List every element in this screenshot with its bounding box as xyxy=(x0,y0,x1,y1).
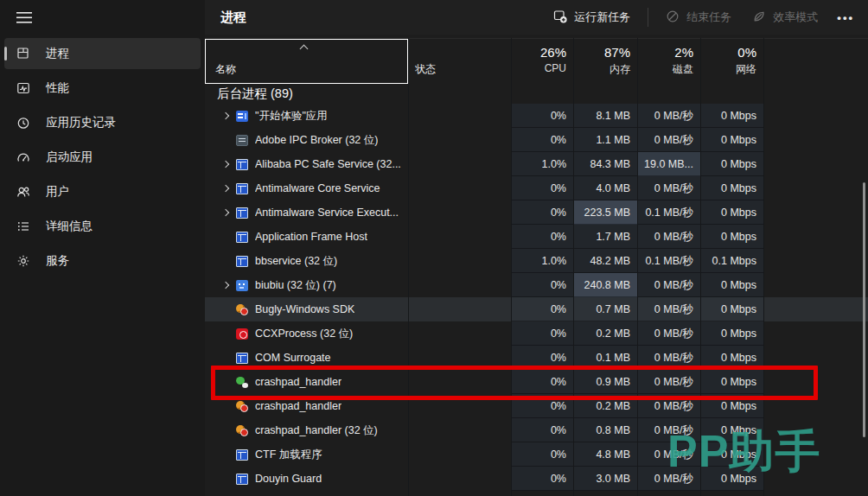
status-cell xyxy=(408,152,511,176)
end-task-icon xyxy=(666,10,680,26)
process-name: crashpad_handler xyxy=(255,376,341,388)
process-row[interactable]: biubiu (32 位) (7)0%240.8 MB0 MB/秒0 Mbps xyxy=(205,273,868,297)
sidebar-item-users[interactable]: 用户 xyxy=(4,176,201,207)
network-cell: 0 Mbps xyxy=(700,273,763,297)
filler-cell xyxy=(763,370,868,394)
expand-chevron-icon[interactable] xyxy=(219,104,236,128)
process-row[interactable]: COM Surrogate0%0.1 MB0 MB/秒0 Mbps xyxy=(205,346,868,370)
memory-cell: 48.2 MB xyxy=(573,249,637,273)
cpu-total-usage: 26% xyxy=(511,45,566,60)
sidebar-item-details[interactable]: 详细信息 xyxy=(4,211,201,242)
filler-cell xyxy=(763,104,868,128)
expand-chevron-icon[interactable] xyxy=(219,176,236,200)
network-cell: 0 Mbps xyxy=(700,467,763,491)
process-row[interactable]: Application Frame Host0%1.7 MB0 MB/秒0 Mb… xyxy=(205,225,868,249)
expand-chevron-icon[interactable] xyxy=(219,200,236,225)
filler-cell xyxy=(763,467,868,491)
process-row[interactable]: Adobe IPC Broker (32 位)0%1.1 MB0 MB/秒0 M… xyxy=(205,128,868,152)
chevron-placeholder xyxy=(219,394,236,418)
chevron-placeholder xyxy=(219,297,236,321)
sidebar-item-label: 服务 xyxy=(46,253,69,269)
memory-total-usage: 87% xyxy=(573,45,630,60)
memory-cell: 0.9 MB xyxy=(573,370,637,394)
expand-chevron-icon[interactable] xyxy=(219,273,236,297)
background-processes-group-header[interactable]: 后台进程 (89) xyxy=(205,83,868,104)
process-row[interactable]: crashpad_handler0%0.9 MB0 MB/秒0 Mbps xyxy=(205,370,868,394)
cpu-column-header[interactable]: 26% CPU xyxy=(511,39,573,84)
hamburger-icon[interactable] xyxy=(7,5,41,29)
cpu-cell: 0% xyxy=(511,467,573,491)
chevron-placeholder xyxy=(219,467,236,491)
sidebar-item-app-history[interactable]: 应用历史记录 xyxy=(4,107,201,138)
wechat-icon xyxy=(236,377,248,388)
vertical-scrollbar[interactable] xyxy=(863,182,865,437)
process-row[interactable]: "开始体验"应用0%8.1 MB0 MB/秒0 Mbps xyxy=(205,104,868,128)
status-cell xyxy=(408,273,511,297)
status-cell xyxy=(408,200,511,225)
cpu-cell: 0% xyxy=(511,394,573,418)
process-row[interactable]: CCXProcess (32 位)0%0.2 MB0 MB/秒0 Mbps xyxy=(205,321,868,346)
process-name-cell: Bugly-Windows SDK xyxy=(205,297,408,321)
name-column-label: 名称 xyxy=(215,62,236,77)
process-row[interactable]: Antimalware Core Service0%4.0 MB0 MB/秒0 … xyxy=(205,176,868,200)
cpu-cell: 0% xyxy=(511,200,573,225)
process-name: "开始体验"应用 xyxy=(255,109,328,124)
process-name: crashpad_handler (32 位) xyxy=(255,423,378,438)
efficiency-mode-button[interactable]: 效率模式 xyxy=(742,3,828,31)
network-cell: 0 Mbps xyxy=(700,176,763,200)
disk-cell: 0 MB/秒 xyxy=(637,442,700,467)
disk-cell: 0 MB/秒 xyxy=(637,176,700,200)
process-row[interactable]: Bugly-Windows SDK0%0.7 MB0 MB/秒0 Mbps xyxy=(205,297,868,321)
adobe-ccx-icon xyxy=(236,328,248,340)
app-window-icon xyxy=(236,207,248,219)
process-name: Application Frame Host xyxy=(255,231,367,243)
sidebar-item-processes[interactable]: 进程 xyxy=(4,38,201,69)
process-row[interactable]: crashpad_handler (32 位)0%0.8 MB0 MB/秒0 M… xyxy=(205,418,868,442)
sidebar-nav: 进程性能应用历史记录启动应用用户详细信息服务 xyxy=(0,35,205,496)
process-name-cell: CTF 加载程序 xyxy=(205,442,408,467)
process-row[interactable]: crashpad_handler0%0.2 MB0 MB/秒0 Mbps xyxy=(205,394,868,418)
name-column-header[interactable]: 名称 xyxy=(205,39,408,84)
expand-chevron-icon[interactable] xyxy=(219,152,236,176)
cpu-cell: 1.0% xyxy=(511,152,573,176)
process-row[interactable]: Douyin Guard0%3.0 MB0 MB/秒0 Mbps xyxy=(205,467,868,491)
sidebar-item-services[interactable]: 服务 xyxy=(4,245,201,277)
disk-cell: 0 MB/秒 xyxy=(637,418,700,442)
process-row[interactable]: Alibaba PC Safe Service (32...1.0%84.3 M… xyxy=(205,152,868,176)
memory-column-header[interactable]: 87% 内存 xyxy=(573,39,637,84)
app-history-icon xyxy=(16,115,31,130)
process-name-cell: Douyin Guard xyxy=(205,467,408,491)
process-name: Douyin Guard xyxy=(255,473,322,485)
network-column-header[interactable]: 0% 网络 xyxy=(700,39,763,84)
new-task-icon xyxy=(553,10,567,26)
memory-cell: 0.2 MB xyxy=(573,394,637,418)
sort-ascending-icon xyxy=(300,45,309,54)
status-column-header[interactable]: 状态 xyxy=(415,62,436,77)
memory-cell: 1.7 MB xyxy=(573,225,637,249)
memory-cell: 0.7 MB xyxy=(573,297,637,321)
process-rows: "开始体验"应用0%8.1 MB0 MB/秒0 MbpsAdobe IPC Br… xyxy=(205,104,868,491)
disk-cell: 0 MB/秒 xyxy=(637,104,700,128)
toolbar-divider xyxy=(648,8,648,27)
disk-cell: 0 MB/秒 xyxy=(637,394,700,418)
process-row[interactable]: Antimalware Service Execut...0%223.5 MB0… xyxy=(205,200,868,225)
process-name-cell: bbservice (32 位) xyxy=(205,249,408,273)
app-window-icon xyxy=(236,159,248,170)
end-task-button[interactable]: 结束任务 xyxy=(655,3,742,31)
sidebar-item-startup-apps[interactable]: 启动应用 xyxy=(4,142,201,173)
process-row[interactable]: bbservice (32 位)1.0%48.2 MB0.1 MB/秒0.1 M… xyxy=(205,249,868,273)
process-name: Adobe IPC Broker (32 位) xyxy=(255,133,378,148)
run-new-task-button[interactable]: 运行新任务 xyxy=(543,3,641,31)
process-name: CCXProcess (32 位) xyxy=(255,327,353,341)
status-cell xyxy=(408,346,511,370)
more-options-button[interactable]: ••• xyxy=(828,3,863,31)
status-cell xyxy=(408,467,511,491)
disk-column-header[interactable]: 2% 磁盘 xyxy=(637,39,700,84)
status-cell xyxy=(408,249,511,273)
process-name-cell: Antimalware Core Service xyxy=(205,176,408,200)
sidebar-item-performance[interactable]: 性能 xyxy=(4,73,201,104)
processes-icon xyxy=(16,46,31,61)
services-icon xyxy=(16,253,31,269)
filler-cell xyxy=(763,418,868,442)
process-row[interactable]: CTF 加载程序0%4.8 MB0 MB/秒0 Mbps xyxy=(205,442,868,467)
